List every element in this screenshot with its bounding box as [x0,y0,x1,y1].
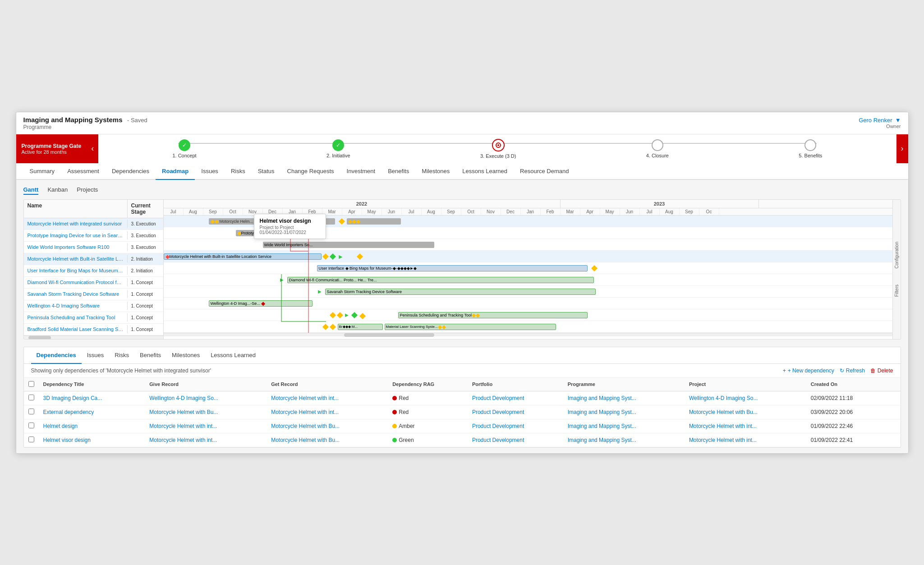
row-programme-0[interactable]: Imaging and Mapping Syst... [563,391,685,405]
tab-milestones[interactable]: Milestones [415,163,456,180]
tab-lessons-learned[interactable]: Lessons Learned [456,163,514,180]
gantt-bar-5[interactable]: User Interface ◆ Bing Maps for Museum-◆-… [317,265,588,271]
row-give-2[interactable]: Motorcycle Helmet with int... [145,419,267,433]
stage-step-5[interactable]: 5. Benefits [799,139,822,158]
user-name[interactable]: Gero Renker ▼ [859,117,901,124]
row-menu-1[interactable] [886,405,900,419]
tab-investment[interactable]: Investment [340,163,382,180]
row-project-1[interactable]: Motorcycle Helmet with Bu... [685,405,806,419]
gantt-bar-3[interactable]: Wide World Importers So... [263,242,434,248]
stage-step-4[interactable]: 4. Closure [646,139,669,158]
gantt-row-name-3[interactable]: Wide World Importers Software R100 [24,243,128,251]
tab-risks[interactable]: Risks [225,163,252,180]
row-portfolio-2[interactable]: Product Development [468,419,563,433]
row-title-3[interactable]: Helmet visor design [39,433,145,447]
row-get-1[interactable]: Motorcycle Helmet with int... [267,405,388,419]
gantt-bar-8[interactable]: Wellington 4-D Imag...-Se... ◆ [209,300,313,307]
row-programme-2[interactable]: Imaging and Mapping Syst... [563,419,685,433]
row-give-0[interactable]: Wellington 4-D Imaging So... [145,391,267,405]
filters-label[interactable]: Filters [894,285,899,297]
gantt-row-name-6[interactable]: Diamond Wi-fi Communication Protocol for… [24,278,128,286]
stage-step-3[interactable]: 3. Execute (3 D) [480,139,516,159]
stage-gate-prev-btn[interactable]: ‹ [87,142,98,155]
deps-tab-benefits[interactable]: Benefits [134,347,166,364]
stage-gate-label: Programme Stage Gate Active for 28 month… [16,139,87,158]
gantt-row: Wellington 4-D Imaging Software 1. Conce… [24,300,163,312]
row-give-3[interactable]: Motorcycle Helmet with int... [145,433,267,447]
row-project-2[interactable]: Motorcycle Helmet with int... [685,419,806,433]
tab-change-requests[interactable]: Change Requests [281,163,340,180]
select-all-checkbox[interactable] [28,381,34,387]
row-checkbox-3[interactable] [24,433,39,447]
gantt-arrow-4: ► [338,253,344,260]
tab-assessment[interactable]: Assessment [61,163,106,180]
delete-btn[interactable]: 🗑 Delete [870,367,893,374]
deps-tab-issues[interactable]: Issues [82,347,110,364]
row-portfolio-3[interactable]: Product Development [468,433,563,447]
tab-resource-demand[interactable]: Resource Demand [514,163,575,180]
tab-roadmap[interactable]: Roadmap [156,163,195,180]
gantt-bar-7[interactable]: Savanah Storm Tracking Device Software [325,289,596,295]
tab-summary[interactable]: Summary [23,163,61,180]
row-project-0[interactable]: Wellington 4-D Imaging So... [685,391,806,405]
sub-tab-kanban[interactable]: Kanban [47,185,68,195]
row-get-2[interactable]: Motorcycle Helmet with Bu... [267,419,388,433]
gantt-row-name-8[interactable]: Wellington 4-D Imaging Software [24,302,128,310]
deps-th-rag: Dependency RAG [388,378,468,391]
gantt-row-name-7[interactable]: Savanah Storm Tracking Device Software [24,290,128,298]
gantt-row-name-4[interactable]: Motorcycle Helmet with Built-in Satellit… [24,255,128,263]
row-get-3[interactable]: Motorcycle Helmet with Bu... [267,433,388,447]
gantt-bar-6[interactable]: Diamond Wi-fi Communicati... Proto... He… [287,277,594,283]
gantt-right-panel[interactable]: 2022 2023 Jul Aug Sep Oct Nov Dec Jan [164,200,901,339]
gantt-bar-1b[interactable]: ◆◆◆ [347,218,401,225]
config-label[interactable]: Configuration [894,242,899,268]
tab-dependencies[interactable]: Dependencies [106,163,156,180]
gantt-right-scroll-thumb[interactable] [344,333,434,337]
gantt-row-name-9[interactable]: Peninsula Scheduling and Tracking Tool [24,313,128,322]
row-title-1[interactable]: External dependency [39,405,145,419]
stage-gate-next-btn[interactable]: › [896,142,908,155]
row-project-3[interactable]: Motorcycle Helmet with int... [685,433,806,447]
gantt-config-panel[interactable]: Configuration Filters [892,200,901,339]
row-title-0[interactable]: 3D Imaging Design Ca... [39,391,145,405]
row-menu-2[interactable] [886,419,900,433]
gantt-right-scroll[interactable] [164,333,901,336]
deps-tab-dependencies[interactable]: Dependencies [31,347,82,364]
row-checkbox-0[interactable] [24,391,39,405]
tab-benefits[interactable]: Benefits [382,163,415,180]
sub-tab-gantt[interactable]: Gantt [23,185,39,195]
gantt-bar-10a[interactable]: Br◆◆◆ M... [338,324,383,330]
stage-step-1[interactable]: ✓ 1. Concept [172,139,196,158]
row-programme-3[interactable]: Imaging and Mapping Syst... [563,433,685,447]
stage-step-2[interactable]: ✓ 2. Initiative [326,139,350,158]
row-give-1[interactable]: Motorcycle Helmet with Bu... [145,405,267,419]
deps-tab-lessons-learned[interactable]: Lessons Learned [205,347,261,364]
new-dependency-btn[interactable]: + + New dependency [783,367,834,374]
row-portfolio-0[interactable]: Product Development [468,391,563,405]
nav-tabs: Summary Assessment Dependencies Roadmap … [16,163,908,180]
deps-tab-milestones[interactable]: Milestones [166,347,205,364]
row-get-0[interactable]: Motorcycle Helmet with int... [267,391,388,405]
row-checkbox-2[interactable] [24,419,39,433]
gantt-row-name-2[interactable]: Prototype Imaging Device for use in Sear… [24,231,128,239]
gantt-left-scroll[interactable] [24,335,163,339]
gantt-scroll-thumb[interactable] [28,336,51,340]
gantt-row-name-1[interactable]: Motorcycle Helmet with integrated sunvis… [24,220,128,228]
row-programme-1[interactable]: Imaging and Mapping Syst... [563,405,685,419]
tab-status[interactable]: Status [252,163,281,180]
row-portfolio-1[interactable]: Product Development [468,405,563,419]
tab-issues[interactable]: Issues [195,163,225,180]
refresh-btn[interactable]: ↻ Refresh [840,367,865,374]
sub-tab-projects[interactable]: Projects [77,185,98,195]
row-menu-0[interactable] [886,391,900,405]
gantt-bar-10b[interactable]: Material Laser Scanning Syste... ◆◆ [385,324,556,330]
row-title-2[interactable]: Helmet design [39,419,145,433]
gantt-row-name-5[interactable]: User Interface for Bing Maps for Museum … [24,266,128,275]
deps-tab-risks[interactable]: Risks [109,347,134,364]
plus-icon: + [783,367,786,374]
gantt-bar-9[interactable]: Peninsula Scheduling and Tracking Tool ◆… [398,312,588,318]
row-menu-3[interactable] [886,433,900,447]
gantt-row-name-10[interactable]: Bradford Solid Material Laser Scanning S… [24,325,128,333]
gantt-bar-4a[interactable]: ◆ Motorcycle Helmet with Built-in Satell… [164,253,322,260]
row-checkbox-1[interactable] [24,405,39,419]
